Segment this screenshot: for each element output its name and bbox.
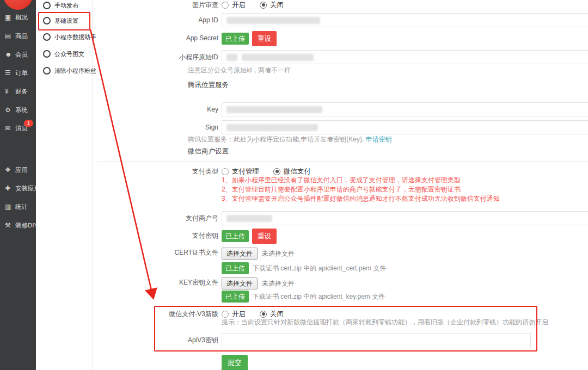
submenu-item-3[interactable]: 公众号图文 [36, 48, 84, 59]
wechat-pay-v3-label: 微信支付-V3新版 [92, 309, 222, 319]
sidebar-item-label: 系统 [15, 106, 28, 114]
cert-file-choose-button[interactable]: 选择文件 [222, 248, 258, 260]
sign-hint: 腾讯位置服务：此处为小程序定位功能,申请开发者密钥(Key), 申请密钥 [188, 135, 392, 144]
redacted-value [226, 17, 320, 24]
install-app-icon: ✚ [5, 185, 13, 192]
sign-input[interactable] [222, 120, 588, 134]
sidebar-item-decorate-diy[interactable]: ⚒装修DIY [0, 216, 36, 235]
statistics-icon: ▥ [5, 203, 13, 210]
sidebar-item-messages[interactable]: ✉消息1 [0, 119, 36, 138]
mini-origin-id-label: 小程序原始ID [92, 50, 222, 64]
sign-row: Sign [92, 120, 588, 134]
redacted-value [226, 106, 322, 113]
sidebar-item-overview[interactable]: ▣概况 [0, 8, 36, 27]
radio-label[interactable]: 关闭 [270, 0, 284, 10]
system-icon: ⚙ [5, 107, 13, 113]
section-divider [97, 95, 588, 95]
orders-icon: ☰ [5, 70, 13, 76]
apiv3-key-label: ApiV3密钥 [92, 333, 222, 347]
app-id-row: App ID [92, 13, 588, 27]
app-secret-uploaded-badge[interactable]: 已上传 [222, 33, 249, 45]
pay-type-radio-group: 支付管理微信支付 [222, 166, 588, 176]
submenu-item-label: 手动发布 [54, 2, 78, 10]
sidebar-item-finance[interactable]: ¥财务 [0, 82, 36, 101]
submenu-radio-icon [43, 50, 51, 58]
redacted-value [226, 124, 318, 131]
settings-form: 图片审查 开启关闭 App ID App Secret 已上传 重设 小程序原始… [92, 0, 588, 370]
submenu-radio-icon [43, 2, 51, 9]
finance-icon: ¥ [5, 88, 13, 95]
submenu-item-4[interactable]: 清除小程序粉丝 [36, 65, 96, 76]
redacted-value [226, 215, 272, 222]
key-input[interactable] [222, 102, 588, 116]
app-secret-row: App Secret 已上传 重设 [92, 31, 588, 46]
submenu-radio-icon [43, 17, 51, 24]
wechat-merchant-section-title: 微信商户设置 [188, 147, 229, 156]
sidebar-item-install-app[interactable]: ✚安装应用 [0, 179, 36, 198]
sidebar-item-system[interactable]: ⚙系统 [0, 101, 36, 119]
radio-开启[interactable] [222, 2, 229, 9]
pay-key-uploaded-badge[interactable]: 已上传 [222, 230, 249, 242]
sidebar-item-label: 概况 [15, 14, 28, 22]
apply-key-link[interactable]: 申请密钥 [366, 135, 392, 143]
app-id-input[interactable] [222, 13, 588, 27]
app-secret-reset-button[interactable]: 重设 [252, 31, 277, 46]
pay-key-label: 支付密钥 [92, 229, 222, 243]
wechat-pay-v3-hint: 提示：当前设置只针对新版微信提现打款（商家转账到零钱功能），用着旧版（企业付款到… [222, 318, 548, 327]
sidebar-item-label: 统计 [15, 203, 28, 211]
radio-关闭[interactable] [260, 311, 267, 318]
apiv3-key-input[interactable] [222, 333, 531, 348]
sidebar-item-apps[interactable]: ❖应用 [0, 161, 36, 179]
mini-origin-id-input[interactable] [222, 50, 588, 64]
message-count-badge: 1 [24, 120, 33, 127]
submenu-item-1[interactable]: 基础设置 [36, 15, 78, 26]
decorate-diy-icon: ⚒ [5, 222, 13, 229]
cert-file-uploaded-badge[interactable]: 已上传 [222, 262, 249, 274]
sidebar-item-members[interactable]: ☻会员 [0, 45, 36, 64]
app-id-label: App ID [92, 13, 222, 27]
submenu-item-label: 小程序数据助手 [54, 33, 96, 41]
sidebar-item-label: 财务 [15, 88, 28, 96]
radio-开启[interactable] [222, 311, 229, 318]
merchant-id-input[interactable] [222, 211, 588, 225]
radio-label[interactable]: 支付管理 [232, 166, 259, 176]
sidebar-item-orders[interactable]: ☰订单 [0, 64, 36, 82]
submenu-item-label: 基础设置 [54, 17, 78, 25]
radio-微信支付[interactable] [273, 168, 280, 175]
redacted-value [242, 54, 314, 61]
key-file-label: KEY密钥文件 [92, 278, 222, 287]
image-review-row: 图片审查 开启关闭 [92, 0, 588, 10]
radio-label[interactable]: 微信支付 [284, 166, 311, 176]
image-review-label: 图片审查 [92, 0, 222, 10]
pay-type-warning-1: 1、如果小程序里已经没有了微信支付入口，变成了支付管理，请选择支付管理类型 [222, 176, 461, 185]
goods-icon: ▤ [5, 33, 13, 39]
pay-type-warning-3: 3、支付管理需要开启公众号插件配置好微信的消息通知才行不然支付成功无法收到微信支… [222, 194, 500, 203]
main-sidebar: ▣概况▤商品☻会员☰订单¥财务⚙系统✉消息1❖应用✚安装应用▥统计⚒装修DIY [0, 0, 36, 370]
cert-file-label: CERT证书文件 [92, 248, 222, 257]
pay-type-row: 支付类型 支付管理微信支付 [92, 166, 588, 176]
key-file-uploaded-badge[interactable]: 已上传 [222, 291, 249, 303]
sidebar-item-goods[interactable]: ▤商品 [0, 27, 36, 45]
submit-button[interactable]: 提交 [222, 355, 248, 370]
key-row: Key [92, 102, 588, 116]
key-file-choose-button[interactable]: 选择文件 [222, 278, 258, 289]
sign-hint-text: 腾讯位置服务：此处为小程序定位功能,申请开发者密钥(Key), [188, 135, 366, 143]
sidebar-item-statistics[interactable]: ▥统计 [0, 198, 36, 216]
tencent-location-section-title: 腾讯位置服务 [188, 81, 229, 90]
sidebar-item-label: 商品 [15, 32, 28, 40]
submenu-item-0[interactable]: 手动发布 [36, 0, 78, 11]
submenu-item-label: 公众号图文 [54, 50, 84, 58]
cert-file-hint: 下载证书 cert.zip 中的 apiclient_cert.pem 文件 [253, 262, 386, 274]
radio-关闭[interactable] [260, 2, 267, 9]
key-file-row: KEY密钥文件 选择文件 未选择文件 [92, 278, 588, 289]
key-label: Key [92, 102, 222, 116]
cert-file-no-file-text: 未选择文件 [262, 249, 295, 258]
key-file-status-row: 已上传 下载证书 cert.zip 中的 apiclient_key.pem 文… [92, 291, 588, 303]
radio-label[interactable]: 开启 [232, 0, 246, 10]
radio-支付管理[interactable] [222, 168, 229, 175]
pay-key-reset-button[interactable]: 重设 [252, 229, 277, 244]
app-secret-label: App Secret [92, 31, 222, 45]
mini-origin-id-hint: 注意区分公众号原始id，两者不一样 [188, 66, 291, 75]
submenu-item-2[interactable]: 小程序数据助手 [36, 32, 96, 42]
members-icon: ☻ [5, 51, 13, 58]
